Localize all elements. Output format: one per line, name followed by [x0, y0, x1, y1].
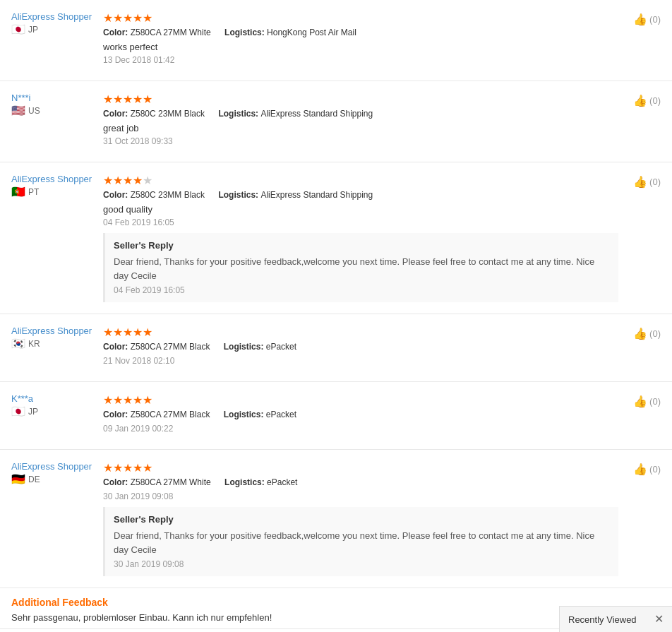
star-rating: ★★★★★	[103, 393, 618, 407]
seller-reply-title: Seller's Reply	[114, 514, 610, 525]
reviewer-name[interactable]: AliExpress Shopper	[11, 174, 103, 184]
star-filled: ★	[133, 11, 143, 25]
thumbs-up-icon: 👍	[633, 463, 647, 476]
like-button[interactable]: 👍(0)	[633, 395, 661, 408]
logistics-label: Logistics:	[224, 410, 266, 419]
meta-separator	[215, 410, 217, 419]
logistics-label: Logistics:	[224, 28, 267, 37]
logistics-value: ePacket	[267, 477, 297, 487]
star-filled: ★	[113, 11, 123, 25]
review-item: AliExpress Shopper🇰🇷KR★★★★★Color: Z580CA…	[0, 314, 672, 382]
color-value: Z580C 23MM Black	[131, 109, 205, 119]
review-date: 21 Nov 2018 02:10	[103, 356, 618, 366]
like-count: (0)	[649, 14, 661, 25]
seller-reply-date: 30 Jan 2019 09:08	[114, 559, 610, 569]
reviewer-country: 🇵🇹PT	[11, 187, 103, 197]
review-text: great job	[103, 123, 618, 133]
logistics-value: ePacket	[266, 410, 296, 419]
like-col: 👍(0)	[618, 174, 661, 302]
country-flag: 🇯🇵	[11, 407, 25, 417]
star-filled: ★	[123, 461, 133, 475]
meta-separator	[217, 28, 219, 37]
color-label: Color:	[103, 109, 131, 119]
like-count: (0)	[649, 464, 661, 475]
star-filled: ★	[123, 326, 133, 339]
reviewer-col: K***a🇯🇵JP	[11, 393, 103, 438]
review-text: works perfect	[103, 42, 618, 52]
reviewer-col: AliExpress Shopper🇵🇹PT	[11, 174, 103, 302]
review-date: 04 Feb 2019 16:05	[103, 217, 618, 227]
reviewer-name[interactable]: AliExpress Shopper	[11, 11, 103, 22]
thumbs-up-icon: 👍	[633, 327, 647, 340]
review-item: AliExpress Shopper🇵🇹PT★★★★★Color: Z580C …	[0, 162, 672, 314]
like-button[interactable]: 👍(0)	[633, 175, 661, 189]
seller-reply-date: 04 Feb 2019 16:05	[114, 285, 610, 295]
review-meta: Color: Z580C 23MM Black Logistics: AliEx…	[103, 190, 618, 200]
color-label: Color:	[103, 342, 131, 352]
star-filled: ★	[133, 461, 143, 475]
review-content: ★★★★★Color: Z580CA 27MM Black Logistics:…	[103, 393, 618, 438]
reviewer-name[interactable]: AliExpress Shopper	[11, 326, 103, 336]
recently-viewed-close-button[interactable]: ✕	[654, 614, 664, 625]
reviewer-col: AliExpress Shopper🇩🇪DE	[11, 461, 103, 576]
seller-reply-text: Dear friend, Thanks for your positive fe…	[114, 529, 610, 556]
review-meta: Color: Z580CA 27MM Black Logistics: ePac…	[103, 342, 618, 352]
meta-separator	[215, 342, 217, 352]
seller-reply-title: Seller's Reply	[114, 240, 610, 251]
logistics-label: Logistics:	[224, 342, 266, 352]
star-filled: ★	[123, 174, 133, 187]
recently-viewed-label: Recently Viewed	[568, 614, 637, 625]
logistics-value: AliExpress Standard Shipping	[260, 190, 373, 200]
star-rating: ★★★★★	[103, 326, 618, 339]
like-button[interactable]: 👍(0)	[633, 463, 661, 476]
color-value: Z580C 23MM Black	[131, 190, 205, 200]
thumbs-up-icon: 👍	[633, 94, 647, 107]
country-flag: 🇺🇸	[11, 106, 25, 116]
country-code: JP	[28, 25, 38, 35]
star-filled: ★	[103, 93, 113, 106]
star-filled: ★	[103, 174, 113, 187]
like-count: (0)	[649, 328, 661, 339]
review-date: 30 Jan 2019 09:08	[103, 491, 618, 501]
review-meta: Color: Z580CA 27MM Black Logistics: ePac…	[103, 410, 618, 419]
review-content: ★★★★★Color: Z580CA 27MM Black Logistics:…	[103, 326, 618, 370]
star-filled: ★	[133, 174, 143, 187]
reviewer-name[interactable]: N***i	[11, 93, 103, 103]
review-meta: Color: Z580C 23MM Black Logistics: AliEx…	[103, 109, 618, 119]
review-content: ★★★★★Color: Z580C 23MM Black Logistics: …	[103, 93, 618, 150]
country-code: JP	[28, 407, 38, 417]
like-col: 👍(0)	[618, 393, 661, 438]
like-button[interactable]: 👍(0)	[633, 13, 661, 26]
star-filled: ★	[143, 461, 152, 475]
color-value: Z580CA 27MM Black	[131, 410, 210, 419]
star-filled: ★	[103, 326, 113, 339]
star-filled: ★	[113, 393, 123, 407]
review-meta: Color: Z580CA 27MM White Logistics: Hong…	[103, 28, 618, 37]
review-date: 13 Dec 2018 01:42	[103, 55, 618, 65]
logistics-value: ePacket	[266, 342, 296, 352]
thumbs-up-icon: 👍	[633, 395, 647, 408]
star-filled: ★	[143, 393, 152, 407]
meta-separator	[217, 477, 219, 487]
star-rating: ★★★★★	[103, 11, 618, 25]
reviewer-name[interactable]: AliExpress Shopper	[11, 461, 103, 472]
review-content: ★★★★★Color: Z580C 23MM Black Logistics: …	[103, 174, 618, 302]
like-button[interactable]: 👍(0)	[633, 94, 661, 107]
review-date: 31 Oct 2018 09:33	[103, 136, 618, 146]
country-flag: 🇯🇵	[11, 25, 25, 35]
color-value: Z580CA 27MM Black	[131, 342, 210, 352]
reviewer-name[interactable]: K***a	[11, 393, 103, 404]
logistics-label: Logistics:	[218, 109, 260, 119]
like-button[interactable]: 👍(0)	[633, 327, 661, 340]
review-item: N***i🇺🇸US★★★★★Color: Z580C 23MM Black Lo…	[0, 81, 672, 162]
star-filled: ★	[113, 174, 123, 187]
color-label: Color:	[103, 410, 131, 419]
reviewer-col: AliExpress Shopper🇰🇷KR	[11, 326, 103, 370]
country-code: US	[28, 106, 40, 116]
country-code: KR	[28, 339, 40, 349]
review-item: K***a🇯🇵JP★★★★★Color: Z580CA 27MM Black L…	[0, 382, 672, 450]
meta-separator	[210, 109, 212, 119]
star-filled: ★	[133, 326, 143, 339]
country-flag: 🇩🇪	[11, 475, 25, 484]
star-filled: ★	[133, 93, 143, 106]
